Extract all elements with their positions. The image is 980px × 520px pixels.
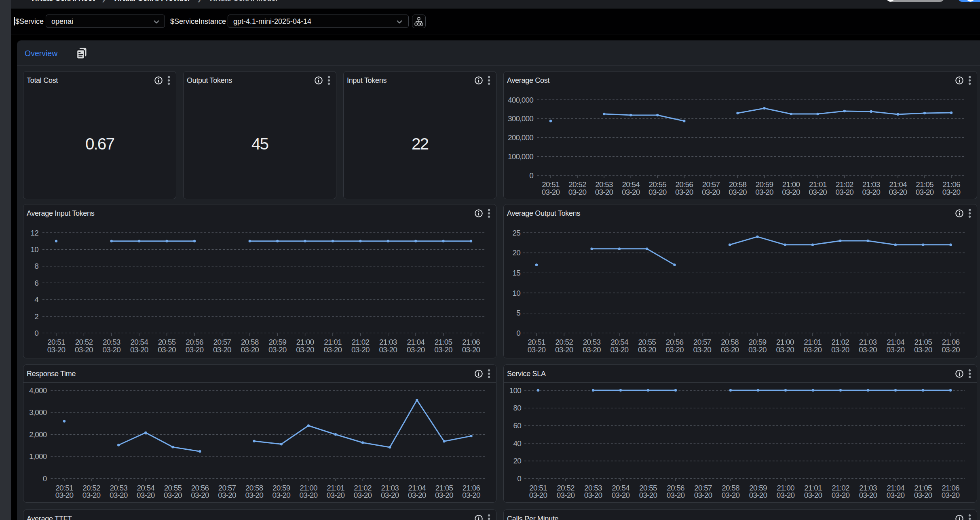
svg-text:0: 0 (517, 474, 521, 483)
svg-text:03-20: 03-20 (722, 491, 740, 499)
svg-text:03-20: 03-20 (831, 345, 849, 354)
svg-text:03-20: 03-20 (721, 345, 739, 354)
svg-text:03-20: 03-20 (296, 345, 314, 354)
svg-text:03-20: 03-20 (300, 491, 318, 499)
svg-text:03-20: 03-20 (557, 491, 575, 499)
svg-text:2,000: 2,000 (29, 430, 47, 439)
svg-text:0: 0 (43, 474, 47, 483)
svg-text:4,000: 4,000 (29, 386, 47, 395)
svg-text:03-20: 03-20 (462, 345, 480, 354)
svg-text:03-20: 03-20 (777, 491, 795, 499)
svg-text:6: 6 (34, 279, 38, 287)
svg-text:03-20: 03-20 (351, 345, 370, 354)
svg-text:03-20: 03-20 (110, 491, 128, 499)
svg-text:03-20: 03-20 (622, 188, 640, 196)
svg-text:03-20: 03-20 (595, 188, 613, 196)
svg-text:20: 20 (512, 248, 520, 257)
svg-text:03-20: 03-20 (942, 491, 960, 499)
svg-text:12: 12 (30, 229, 38, 237)
svg-text:8: 8 (34, 262, 38, 270)
svg-text:03-20: 03-20 (272, 491, 290, 499)
svg-text:2: 2 (34, 312, 38, 321)
svg-text:03-20: 03-20 (809, 188, 827, 196)
svg-text:03-20: 03-20 (568, 188, 587, 196)
svg-text:20: 20 (513, 457, 521, 465)
svg-text:03-20: 03-20 (55, 491, 74, 499)
svg-text:03-20: 03-20 (75, 345, 93, 354)
svg-text:03-20: 03-20 (218, 491, 236, 499)
svg-text:03-20: 03-20 (889, 188, 907, 196)
svg-text:03-20: 03-20 (555, 345, 573, 354)
svg-text:03-20: 03-20 (584, 491, 602, 499)
svg-text:03-20: 03-20 (729, 188, 747, 196)
svg-text:03-20: 03-20 (887, 491, 905, 499)
svg-text:200,000: 200,000 (508, 133, 533, 142)
svg-text:03-20: 03-20 (245, 491, 263, 499)
svg-text:03-20: 03-20 (862, 188, 880, 196)
svg-text:03-20: 03-20 (408, 491, 426, 499)
svg-text:03-20: 03-20 (213, 345, 231, 354)
svg-text:03-20: 03-20 (407, 345, 425, 354)
svg-text:03-20: 03-20 (324, 345, 342, 354)
svg-text:03-20: 03-20 (748, 345, 767, 354)
svg-text:03-20: 03-20 (583, 345, 601, 354)
svg-text:03-20: 03-20 (755, 188, 773, 196)
svg-text:03-20: 03-20 (354, 491, 372, 499)
svg-text:03-20: 03-20 (542, 188, 560, 196)
svg-text:03-20: 03-20 (434, 345, 452, 354)
svg-text:03-20: 03-20 (158, 345, 176, 354)
svg-text:03-20: 03-20 (191, 491, 209, 499)
svg-text:03-20: 03-20 (665, 345, 684, 354)
svg-text:03-20: 03-20 (462, 491, 480, 499)
svg-text:03-20: 03-20 (379, 345, 397, 354)
svg-text:03-20: 03-20 (942, 188, 961, 196)
svg-text:03-20: 03-20 (675, 188, 693, 196)
svg-text:0: 0 (516, 329, 520, 337)
svg-text:03-20: 03-20 (268, 345, 287, 354)
svg-text:1,000: 1,000 (29, 452, 47, 461)
svg-text:300,000: 300,000 (508, 114, 533, 123)
svg-text:03-20: 03-20 (648, 188, 667, 196)
svg-text:100,000: 100,000 (508, 152, 533, 161)
svg-text:03-20: 03-20 (528, 345, 546, 354)
svg-text:03-20: 03-20 (47, 345, 65, 354)
svg-text:3,000: 3,000 (29, 408, 47, 417)
svg-text:100: 100 (509, 386, 522, 395)
svg-text:03-20: 03-20 (832, 491, 850, 499)
svg-text:10: 10 (30, 245, 38, 254)
svg-text:03-20: 03-20 (835, 188, 853, 196)
svg-text:03-20: 03-20 (137, 491, 155, 499)
svg-text:40: 40 (513, 439, 521, 448)
svg-text:03-20: 03-20 (529, 491, 547, 499)
svg-text:5: 5 (516, 309, 520, 317)
svg-text:60: 60 (513, 421, 521, 430)
svg-text:03-20: 03-20 (612, 491, 630, 499)
svg-text:03-20: 03-20 (638, 345, 656, 354)
svg-text:03-20: 03-20 (381, 491, 399, 499)
svg-text:03-20: 03-20 (804, 345, 822, 354)
svg-text:0: 0 (529, 171, 533, 180)
svg-text:10: 10 (512, 289, 520, 297)
svg-text:03-20: 03-20 (887, 345, 905, 354)
svg-text:03-20: 03-20 (164, 491, 182, 499)
svg-text:03-20: 03-20 (702, 188, 720, 196)
svg-text:03-20: 03-20 (804, 491, 822, 499)
svg-text:03-20: 03-20 (914, 491, 932, 499)
svg-text:03-20: 03-20 (610, 345, 629, 354)
svg-text:03-20: 03-20 (102, 345, 120, 354)
svg-text:03-20: 03-20 (435, 491, 453, 499)
svg-text:03-20: 03-20 (130, 345, 148, 354)
svg-text:0: 0 (34, 329, 38, 337)
svg-text:03-20: 03-20 (749, 491, 767, 499)
svg-text:4: 4 (34, 295, 39, 304)
svg-text:03-20: 03-20 (693, 345, 711, 354)
svg-text:400,000: 400,000 (508, 96, 533, 104)
svg-text:03-20: 03-20 (694, 491, 712, 499)
svg-text:03-20: 03-20 (776, 345, 794, 354)
svg-text:03-20: 03-20 (327, 491, 345, 499)
svg-text:03-20: 03-20 (914, 345, 932, 354)
svg-text:15: 15 (512, 269, 520, 277)
svg-text:03-20: 03-20 (916, 188, 934, 196)
svg-text:03-20: 03-20 (859, 345, 877, 354)
svg-text:03-20: 03-20 (859, 491, 877, 499)
